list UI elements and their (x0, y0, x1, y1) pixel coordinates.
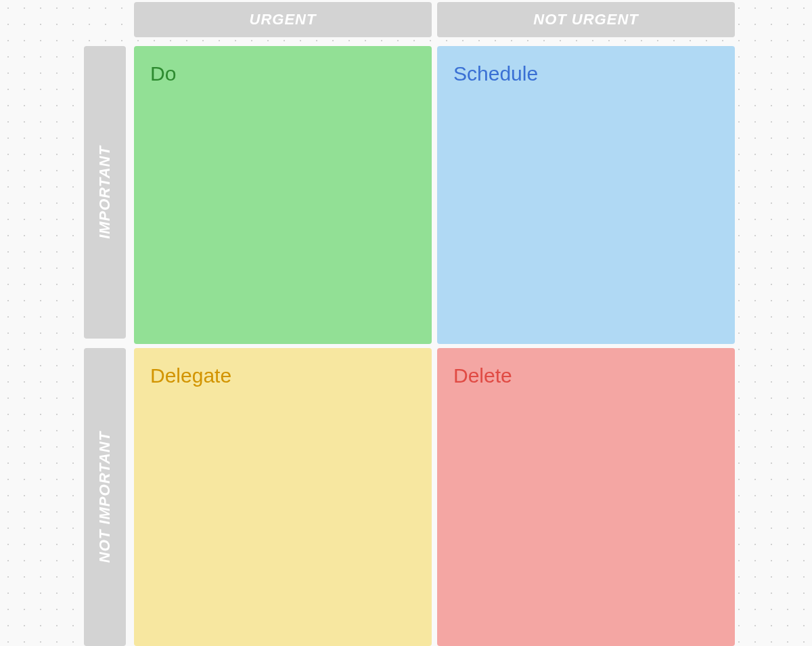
column-header-not-urgent-label: NOT URGENT (533, 11, 638, 28)
quadrant-schedule-label: Schedule (453, 62, 719, 85)
column-header-urgent-label: URGENT (250, 11, 317, 28)
quadrant-schedule[interactable]: Schedule (437, 46, 735, 344)
quadrant-do-label: Do (150, 62, 415, 85)
row-header-not-important: NOT IMPORTANT (84, 348, 126, 646)
eisenhower-matrix: URGENT NOT URGENT IMPORTANT NOT IMPORTAN… (0, 0, 812, 646)
row-header-important: IMPORTANT (84, 46, 126, 339)
column-header-not-urgent: NOT URGENT (437, 2, 735, 37)
quadrant-delete[interactable]: Delete (437, 348, 735, 646)
row-header-important-label: IMPORTANT (96, 146, 114, 239)
quadrant-do[interactable]: Do (134, 46, 432, 344)
quadrant-delegate[interactable]: Delegate (134, 348, 432, 646)
column-header-urgent: URGENT (134, 2, 432, 37)
quadrant-delegate-label: Delegate (150, 364, 415, 387)
row-header-not-important-label: NOT IMPORTANT (96, 431, 114, 563)
quadrant-delete-label: Delete (453, 364, 719, 387)
